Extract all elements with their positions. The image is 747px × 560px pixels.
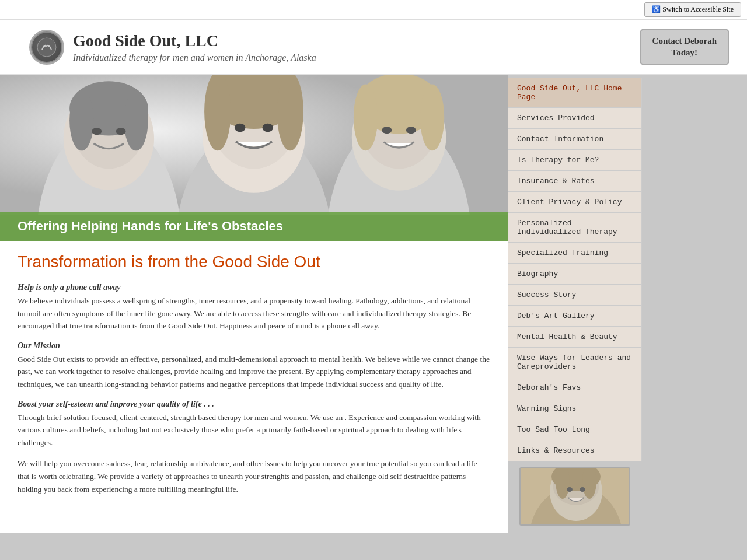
section1-body: We believe individuals possess a wellspr… [18,295,490,332]
site-tagline: Individualized therapy for men and women… [73,52,316,63]
sidebar-item-15[interactable]: Too Sad Too Long [508,419,642,440]
content-area: Offering Helping Hands for Life's Obstac… [0,75,508,533]
sidebar-item-11[interactable]: Mental Health & Beauty [508,326,642,347]
section2-body: Good Side Out exists to provide an effec… [18,353,490,391]
site-header: Good Side Out, LLC Individualized therap… [0,20,747,75]
svg-point-19 [263,124,274,132]
accessible-site-button[interactable]: ♿ Switch to Accessible Site [644,2,741,17]
hero-banner-text: Offering Helping Hands for Life's Obstac… [18,219,283,233]
header-branding: Good Side Out, LLC Individualized therap… [29,30,316,65]
svg-point-2 [48,45,50,47]
svg-point-0 [37,38,56,57]
svg-point-10 [92,128,102,135]
svg-point-17 [277,75,303,150]
sidebar-item-7[interactable]: Specialized Training [508,242,642,263]
sidebar-item-12[interactable]: Wise Ways for Leaders and Careproviders [508,347,642,377]
svg-point-35 [567,487,573,492]
sidebar-item-1[interactable]: Services Provided [508,107,642,128]
sidebar-item-13[interactable]: Deborah's Favs [508,377,642,398]
sidebar-item-2[interactable]: Contact Information [508,128,642,149]
hero-image: Offering Helping Hands for Life's Obstac… [0,75,508,241]
section4-body: We will help you overcome sadness, fear,… [18,457,490,495]
sidebar-item-14[interactable]: Warning Signs [508,398,642,419]
hero-banner: Offering Helping Hands for Life's Obstac… [0,212,508,241]
hero-illustration [0,75,508,215]
sidebar-photo [519,467,630,526]
svg-point-9 [124,90,148,151]
sidebar-item-16[interactable]: Links & Resources [508,440,642,461]
svg-point-8 [69,90,93,151]
site-title-group: Good Side Out, LLC Individualized therap… [73,32,316,63]
sidebar-item-6[interactable]: Personalized Individualized Therapy [508,212,642,242]
main-layout: Offering Helping Hands for Life's Obstac… [0,75,747,533]
site-title: Good Side Out, LLC [73,32,316,50]
nav-menu: Good Side Out, LLC Home PageServices Pro… [508,78,642,461]
section1-title: Help is only a phone call away [18,283,490,292]
section3-body: Through brief solution-focused, client-c… [18,411,490,449]
sidebar: Good Side Out, LLC Home PageServices Pro… [508,75,642,533]
top-bar: ♿ Switch to Accessible Site [0,0,747,20]
sidebar-item-4[interactable]: Insurance & Rates [508,170,642,191]
sidebar-item-0[interactable]: Good Side Out, LLC Home Page [508,78,642,107]
sidebar-item-3[interactable]: Is Therapy for Me? [508,149,642,170]
svg-point-36 [580,487,585,492]
svg-point-16 [204,75,231,150]
logo-icon [32,33,61,62]
svg-point-18 [235,124,246,132]
section2-title: Our Mission [18,341,490,351]
svg-point-27 [406,127,416,134]
svg-point-24 [354,84,378,150]
contact-button[interactable]: Contact Deborah Today! [640,29,729,65]
svg-point-11 [116,128,126,135]
sidebar-item-9[interactable]: Success Story [508,284,642,305]
svg-point-26 [382,127,392,134]
sidebar-item-10[interactable]: Deb's Art Gallery [508,305,642,326]
section3-title: Boost your self-esteem and improve your … [18,400,490,409]
sidebar-item-8[interactable]: Biography [508,263,642,284]
svg-point-25 [420,84,444,150]
page-content: Transformation is from the Good Side Out… [0,241,508,516]
main-heading: Transformation is from the Good Side Out [18,253,490,271]
svg-point-1 [43,45,46,47]
sidebar-item-5[interactable]: Client Privacy & Policy [508,191,642,212]
site-logo [29,30,64,65]
